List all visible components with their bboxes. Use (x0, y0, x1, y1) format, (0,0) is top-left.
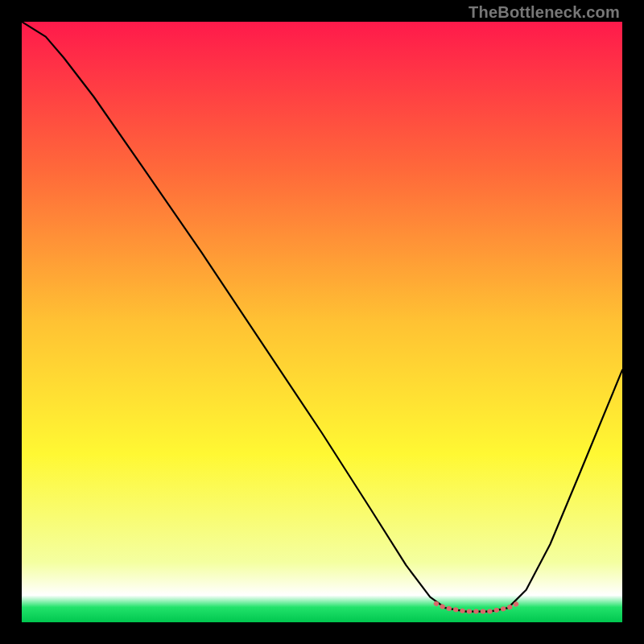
watermark-text: TheBottleneck.com (469, 3, 620, 22)
chart-frame: TheBottleneck.com (0, 0, 644, 644)
chart-lines (22, 22, 622, 622)
bottleneck-curve (22, 22, 622, 612)
plot-area (22, 22, 622, 622)
optimal-range-marker (436, 604, 518, 612)
